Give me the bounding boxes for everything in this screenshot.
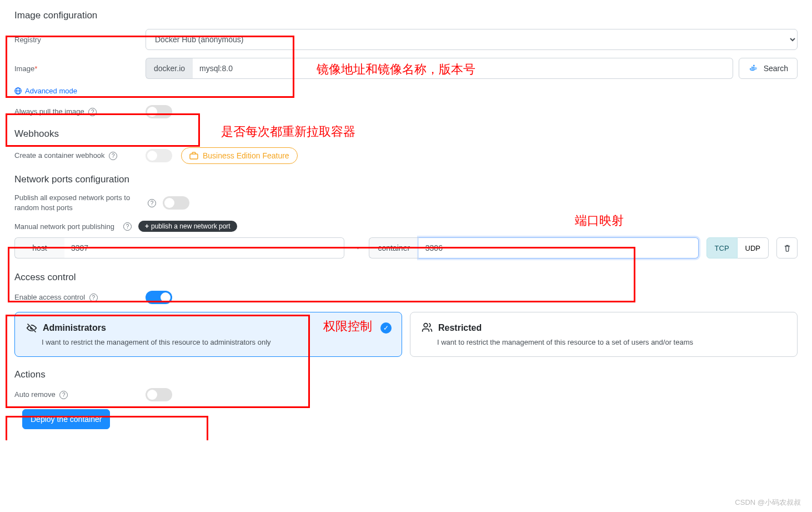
annotation-text: 容器停止后是否自动删除容器 [251,439,410,440]
globe-icon [14,87,22,95]
help-icon[interactable]: ? [109,152,117,160]
enable-access-row: Enable access control ? [14,291,798,304]
section-webhooks: Webhooks [14,128,798,140]
auto-remove-toggle[interactable] [146,388,172,401]
publish-random-toggle[interactable] [163,196,189,210]
webhook-row: Create a container webhook ? Business Ed… [14,147,798,164]
eye-off-icon [26,322,37,334]
proto-tcp-button[interactable]: TCP [706,237,738,259]
business-edition-badge[interactable]: Business Edition Feature [181,147,298,164]
annotation-text: 是否每次都重新拉取容器 [221,123,355,140]
enable-access-toggle[interactable] [146,291,172,304]
help-icon[interactable]: ? [123,222,132,231]
enable-access-label: Enable access control ? [14,293,146,302]
registry-row: Registry Docker Hub (anonymous) [14,29,798,50]
briefcase-icon [189,152,198,160]
arrow-right-icon: → [352,243,361,253]
card-restricted[interactable]: Restricted I want to restrict the manage… [410,312,798,357]
help-icon[interactable]: ? [59,391,68,399]
port-mapping-row: host → container TCP UDP [14,237,798,259]
delete-port-button[interactable] [776,237,798,259]
container-label: container [369,237,419,259]
section-network: Network ports configuration [14,174,798,185]
section-actions: Actions [14,369,798,380]
always-pull-row: Always pull the image ? [14,105,798,118]
protocol-group: TCP UDP [706,237,769,259]
webhook-label: Create a container webhook ? [14,151,146,160]
publish-random-label: Publish all exposed network ports to ran… [14,193,146,213]
advanced-mode-link[interactable]: Advanced mode [14,87,77,95]
webhook-toggle [146,149,172,162]
manual-publish-header: Manual network port publishing ? + publi… [14,221,798,232]
manual-publish-label: Manual network port publishing [14,222,114,231]
add-port-button[interactable]: + publish a new network port [138,221,237,232]
image-label: Image* [14,64,146,73]
always-pull-label: Always pull the image ? [14,107,146,116]
section-access: Access control [14,272,798,283]
deploy-button[interactable]: Deploy the container [22,409,110,429]
help-icon[interactable]: ? [148,199,156,207]
annotation-text: 端口映射 [575,212,624,229]
access-card-row: ✓ Administrators I want to restrict the … [14,312,798,357]
host-port-input[interactable] [64,237,344,259]
annotation-text: 镜像地址和镜像名称，版本号 [317,61,475,78]
image-prefix: docker.io [146,58,193,79]
auto-remove-row: Auto remove ? [14,388,798,401]
section-image-config: Image configuration [14,10,798,21]
help-icon[interactable]: ? [88,108,97,116]
publish-random-row: Publish all exposed network ports to ran… [14,193,798,213]
docker-icon [748,64,759,72]
card-restricted-desc: I want to restrict the management of thi… [437,338,786,346]
host-label: host [14,237,64,259]
card-admin-desc: I want to restrict the management of thi… [42,338,390,346]
trash-icon [783,244,791,252]
annotation-text: 权限控制 [323,318,372,335]
svg-rect-3 [190,154,198,159]
always-pull-toggle[interactable] [146,105,172,118]
search-button[interactable]: Search [739,58,798,79]
plus-icon: + [145,222,149,230]
registry-label: Registry [14,36,146,44]
help-icon[interactable]: ? [89,294,98,302]
proto-udp-button[interactable]: UDP [738,237,769,259]
auto-remove-label: Auto remove ? [14,390,146,399]
registry-select[interactable]: Docker Hub (anonymous) [146,29,798,50]
container-port-input[interactable] [419,237,699,259]
users-icon [422,322,433,334]
